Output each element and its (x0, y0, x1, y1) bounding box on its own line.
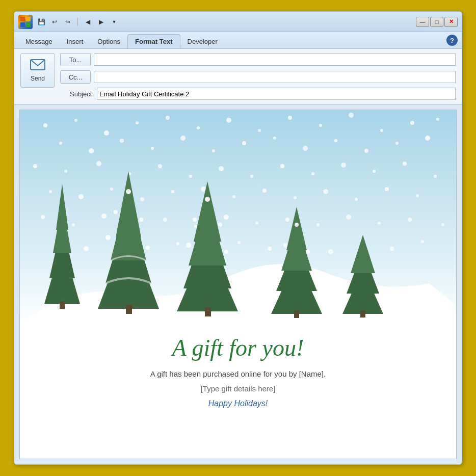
svg-rect-2 (20, 22, 25, 27)
svg-marker-94 (116, 171, 141, 237)
to-button[interactable]: To... (60, 53, 91, 66)
tab-format-text[interactable]: Format Text (127, 34, 180, 48)
title-bar: 💾 ↩ ↪ ◀ ▶ ▼ — □ ✕ (14, 12, 462, 32)
dropdown-button[interactable]: ▼ (109, 16, 120, 28)
gift-details: [Type gift details here] (35, 384, 441, 393)
to-row: To... (60, 53, 456, 66)
svg-rect-105 (294, 310, 299, 318)
send-area: Send To... Cc... Subject: Email Holiday … (20, 53, 456, 100)
subject-value[interactable]: Email Holiday Gift Certificate 2 (97, 88, 456, 100)
save-button[interactable]: 💾 (36, 16, 47, 28)
svg-marker-89 (56, 184, 68, 230)
svg-point-119 (224, 250, 228, 254)
undo-button[interactable]: ↩ (49, 16, 60, 28)
gift-title: A gift for you! (35, 334, 441, 361)
trees-scene (20, 110, 456, 324)
prev-button[interactable]: ◀ (82, 16, 93, 28)
svg-rect-1 (26, 17, 31, 21)
close-button[interactable]: ✕ (444, 17, 458, 27)
subject-row: Subject: Email Holiday Gift Certificate … (60, 88, 456, 100)
svg-point-122 (306, 250, 310, 254)
email-body: A gift for you! A gift has been purchase… (14, 104, 462, 464)
send-label: Send (31, 75, 45, 82)
minimize-button[interactable]: — (416, 17, 429, 27)
svg-point-112 (139, 218, 143, 222)
svg-marker-108 (351, 235, 375, 273)
send-icon (30, 59, 46, 74)
svg-point-116 (193, 218, 197, 222)
toolbar-divider (77, 18, 78, 26)
title-bar-left: 💾 ↩ ↪ ◀ ▶ ▼ (18, 15, 120, 29)
svg-point-111 (114, 210, 118, 214)
help-button[interactable]: ? (446, 35, 458, 46)
svg-point-117 (218, 223, 222, 227)
title-bar-tools: 💾 ↩ ↪ ◀ ▶ ▼ (36, 16, 120, 28)
cc-button[interactable]: Cc... (60, 70, 91, 84)
email-content[interactable]: A gift for you! A gift has been purchase… (19, 110, 457, 459)
svg-marker-99 (194, 181, 221, 242)
svg-point-121 (283, 243, 287, 247)
svg-point-118 (186, 243, 191, 248)
tab-message[interactable]: Message (18, 34, 60, 48)
gift-closing: Happy Holidays! (35, 399, 441, 408)
cc-input[interactable] (94, 71, 456, 83)
ribbon-tabs: Message Insert Options Format Text Devel… (14, 32, 462, 48)
ribbon: Message Insert Options Format Text Devel… (14, 32, 462, 49)
tab-developer[interactable]: Developer (180, 34, 225, 48)
cc-row: Cc... (60, 70, 456, 84)
svg-point-114 (146, 246, 150, 250)
redo-button[interactable]: ↪ (62, 16, 73, 28)
svg-rect-3 (26, 22, 31, 27)
svg-rect-100 (205, 307, 211, 316)
to-input[interactable] (94, 54, 456, 66)
svg-point-110 (126, 189, 131, 194)
card-text-area: A gift for you! A gift has been purchase… (20, 324, 456, 424)
svg-point-113 (105, 235, 111, 240)
maximize-button[interactable]: □ (430, 17, 443, 27)
gift-subtitle: A gift has been purchased online for you… (35, 369, 441, 378)
send-button[interactable]: Send (20, 53, 55, 88)
card-scene (20, 110, 456, 324)
svg-rect-95 (126, 305, 132, 314)
svg-marker-104 (286, 207, 307, 250)
svg-rect-90 (60, 301, 65, 309)
office-logo-icon (18, 15, 33, 29)
tab-options[interactable]: Options (90, 34, 127, 48)
svg-point-115 (205, 197, 210, 202)
form-fields: To... Cc... Subject: Email Holiday Gift … (60, 53, 456, 100)
subject-label: Subject: (60, 90, 94, 98)
app-window: 💾 ↩ ↪ ◀ ▶ ▼ — □ ✕ Message Insert Options… (14, 11, 462, 465)
svg-rect-0 (20, 17, 25, 21)
email-form: Send To... Cc... Subject: Email Holiday … (14, 49, 462, 104)
svg-rect-109 (360, 310, 365, 318)
svg-point-120 (295, 223, 299, 227)
next-button[interactable]: ▶ (95, 16, 107, 28)
tab-insert[interactable]: Insert (60, 34, 91, 48)
window-controls: — □ ✕ (416, 17, 458, 27)
